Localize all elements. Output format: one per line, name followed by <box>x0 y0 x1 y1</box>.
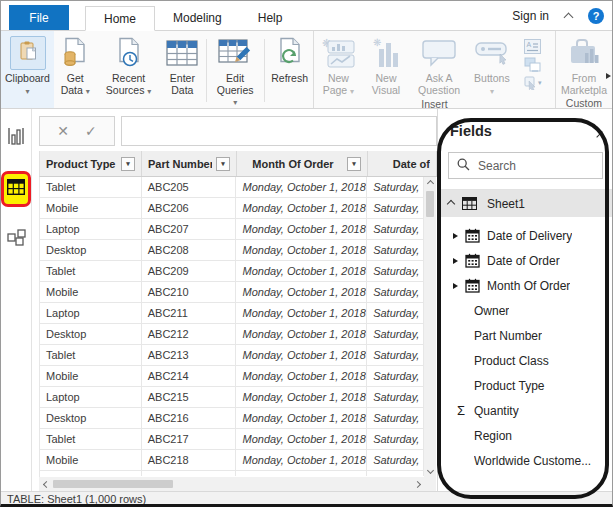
table-cell[interactable]: Saturday, <box>367 345 424 365</box>
table-cell[interactable]: Monday, October 1, 2018 <box>236 345 367 365</box>
horizontal-scrollbar[interactable] <box>39 477 424 491</box>
column-header-date-of[interactable]: Date of <box>368 151 437 176</box>
expand-arrow-icon[interactable] <box>453 283 465 289</box>
field-item-date-of-order[interactable]: Date of Order <box>438 248 613 273</box>
field-item-product-class[interactable]: Product Class <box>438 348 613 373</box>
table-cell[interactable]: Monday, October 1, 2018 <box>236 240 367 260</box>
table-cell[interactable]: Monday, October 1, 2018 <box>236 387 367 407</box>
scroll-down-icon[interactable] <box>424 464 436 477</box>
sidebar-item-report-view[interactable] <box>7 127 25 149</box>
vertical-scroll-thumb[interactable] <box>426 191 434 217</box>
table-cell[interactable]: ABC215 <box>142 387 237 407</box>
table-cell[interactable]: Saturday, <box>367 408 424 428</box>
table-cell[interactable]: ABC217 <box>142 429 237 449</box>
table-cell[interactable]: Saturday, <box>367 240 424 260</box>
table-cell[interactable]: Saturday, <box>367 429 424 449</box>
field-item-date-of-delivery[interactable]: Date of Delivery <box>438 223 613 248</box>
expand-arrow-icon[interactable] <box>453 258 465 264</box>
table-cell[interactable]: Saturday, <box>367 219 424 239</box>
table-cell[interactable]: Desktop <box>40 240 142 260</box>
table-cell[interactable]: Monday, October 1, 2018 <box>236 324 367 344</box>
sidebar-item-data-view[interactable] <box>1 171 31 207</box>
table-cell[interactable]: Monday, October 1, 2018 <box>236 408 367 428</box>
scroll-up-icon[interactable] <box>424 177 436 190</box>
table-cell[interactable]: Saturday, <box>367 324 424 344</box>
expand-arrow-icon[interactable] <box>453 233 465 239</box>
field-item-owner[interactable]: Owner <box>438 298 613 323</box>
table-cell[interactable]: Tablet <box>40 177 142 197</box>
column-header-part-number[interactable]: Part Number▾ <box>142 151 237 176</box>
field-item-worldwide-custome[interactable]: Worldwide Custome... <box>438 448 613 473</box>
table-cell[interactable]: Desktop <box>40 324 142 344</box>
commit-icon[interactable]: ✓ <box>85 123 97 139</box>
table-cell[interactable]: Saturday, <box>367 261 424 281</box>
cancel-icon[interactable]: ✕ <box>57 123 69 139</box>
horizontal-scroll-thumb[interactable] <box>53 480 173 488</box>
fields-search-input[interactable] <box>478 159 594 173</box>
table-cell[interactable]: Laptop <box>40 387 142 407</box>
field-item-product-type[interactable]: Product Type <box>438 373 613 398</box>
table-cell[interactable]: Monday, October 1, 2018 <box>236 219 367 239</box>
field-item-month-of-order[interactable]: Month Of Order <box>438 273 613 298</box>
scroll-left-icon[interactable] <box>39 477 53 491</box>
table-cell[interactable]: Saturday, <box>367 366 424 386</box>
column-header-product-type[interactable]: Product Type▾ <box>40 151 142 176</box>
table-cell[interactable]: Monday, October 1, 2018 <box>236 450 367 470</box>
table-cell[interactable]: Mobile <box>40 198 142 218</box>
table-cell[interactable]: ABC212 <box>142 324 237 344</box>
fields-pane-collapse-icon[interactable] <box>593 122 601 140</box>
table-cell[interactable]: Monday, October 1, 2018 <box>236 366 367 386</box>
table-cell[interactable]: Mobile <box>40 450 142 470</box>
tab-home[interactable]: Home <box>85 6 155 31</box>
table-cell[interactable]: Saturday, <box>367 198 424 218</box>
table-cell[interactable]: ABC209 <box>142 261 237 281</box>
vertical-scrollbar[interactable] <box>424 177 436 477</box>
collapse-table-icon[interactable] <box>447 199 455 207</box>
table-cell[interactable]: Monday, October 1, 2018 <box>236 282 367 302</box>
table-cell[interactable]: Mobile <box>40 366 142 386</box>
table-cell[interactable]: Saturday, <box>367 282 424 302</box>
table-cell[interactable]: ABC207 <box>142 219 237 239</box>
ribbon-overflow-arrow-icon[interactable] <box>606 65 611 83</box>
table-cell[interactable]: Saturday, <box>367 303 424 323</box>
table-cell[interactable]: Laptop <box>40 219 142 239</box>
table-cell[interactable]: ABC214 <box>142 366 237 386</box>
table-cell[interactable]: Monday, October 1, 2018 <box>236 261 367 281</box>
table-cell[interactable]: Saturday, <box>367 450 424 470</box>
tab-file[interactable]: File <box>9 5 69 30</box>
table-cell[interactable]: Saturday, <box>367 177 424 197</box>
table-cell[interactable]: ABC205 <box>142 177 237 197</box>
help-icon[interactable]: ? <box>588 8 604 24</box>
table-cell[interactable]: Desktop <box>40 408 142 428</box>
filter-dropdown-icon[interactable]: ▾ <box>347 157 361 171</box>
ribbon-button-recent-sources[interactable]: Recent Sources ▾ <box>97 35 161 98</box>
filter-dropdown-icon[interactable]: ▾ <box>216 157 230 171</box>
column-header-month-of-order[interactable]: Month Of Order▾ <box>237 151 368 176</box>
table-cell[interactable]: ABC218 <box>142 450 237 470</box>
ribbon-button-refresh[interactable]: Refresh <box>266 35 313 86</box>
ribbon-button-get-data[interactable]: Get Data ▾ <box>54 35 97 98</box>
table-cell[interactable]: Monday, October 1, 2018 <box>236 177 367 197</box>
field-item-quantity[interactable]: ΣQuantity <box>438 398 613 423</box>
table-cell[interactable]: ABC208 <box>142 240 237 260</box>
tab-help[interactable]: Help <box>240 5 301 30</box>
table-cell[interactable]: Monday, October 1, 2018 <box>236 198 367 218</box>
table-cell[interactable]: Tablet <box>40 345 142 365</box>
table-cell[interactable]: Saturday, <box>367 387 424 407</box>
sign-in-button[interactable]: Sign in <box>512 9 549 23</box>
table-cell[interactable]: Tablet <box>40 261 142 281</box>
table-cell[interactable]: ABC213 <box>142 345 237 365</box>
table-cell[interactable]: Monday, October 1, 2018 <box>236 303 367 323</box>
field-item-region[interactable]: Region <box>438 423 613 448</box>
table-cell[interactable]: ABC216 <box>142 408 237 428</box>
filter-dropdown-icon[interactable]: ▾ <box>121 157 135 171</box>
collapse-ribbon-icon[interactable] <box>565 7 572 25</box>
ribbon-button-edit-queries[interactable]: Edit Queries ▾ <box>209 35 262 110</box>
ribbon-button-enter-data[interactable]: Enter Data <box>161 35 204 97</box>
sidebar-item-model-view[interactable] <box>7 229 26 250</box>
scroll-right-icon[interactable] <box>410 477 424 491</box>
field-item-part-number[interactable]: Part Number <box>438 323 613 348</box>
table-cell[interactable]: ABC211 <box>142 303 237 323</box>
table-cell[interactable]: Mobile <box>40 282 142 302</box>
table-cell[interactable]: ABC210 <box>142 282 237 302</box>
